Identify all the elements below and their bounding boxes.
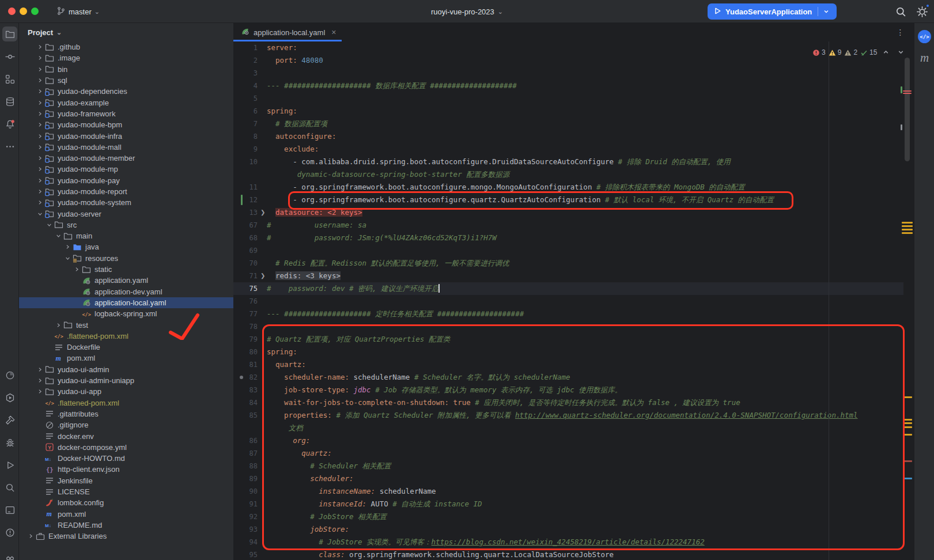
tool-notifications-icon[interactable]: [2, 116, 17, 131]
project-panel-header[interactable]: Project⌄: [19, 23, 233, 41]
code-line-85[interactable]: 85 properties: # 添加 Quartz Scheduler 附加属…: [233, 409, 903, 422]
tool-structure-icon[interactable]: [2, 71, 17, 86]
tree-item-jenkinsfile[interactable]: Jenkinsfile: [19, 475, 233, 486]
tree-item-yudao-module-report[interactable]: yudao-module-report: [19, 186, 233, 197]
code-line-81[interactable]: 81 quartz:: [233, 358, 903, 371]
tool-terminal-icon[interactable]: [2, 502, 17, 517]
tree-item-application-yaml[interactable]: application.yaml: [19, 275, 233, 286]
search-everywhere-icon[interactable]: [894, 5, 907, 18]
code-line-78[interactable]: 78: [233, 320, 903, 333]
window-minimize-button[interactable]: [20, 7, 27, 15]
tree-item-application-dev-yaml[interactable]: application-dev.yaml: [19, 286, 233, 297]
tree-item--gitattributes[interactable]: .gitattributes: [19, 408, 233, 419]
tree-item-yudao-ui-admin[interactable]: yudao-ui-admin: [19, 364, 233, 375]
chevron-right-icon[interactable]: [35, 98, 44, 107]
tool-build-icon[interactable]: [2, 413, 17, 427]
run-configuration-button[interactable]: YudaoServerApplication: [708, 3, 837, 20]
window-close-button[interactable]: [8, 7, 16, 15]
tree-item-http-client-env-json[interactable]: {}http-client.env.json: [19, 464, 233, 475]
tree-item-resources[interactable]: resources: [19, 253, 233, 264]
tree-item-license[interactable]: LICENSE: [19, 486, 233, 497]
chevron-right-icon[interactable]: [35, 198, 44, 207]
tree-item-bin[interactable]: bin: [19, 64, 233, 75]
tree-item-yudao-module-system[interactable]: yudao-module-system: [19, 197, 233, 208]
tree-item-test[interactable]: test: [19, 319, 233, 330]
tool-database-icon[interactable]: [2, 94, 17, 109]
code-line-6[interactable]: 6spring:: [233, 105, 903, 118]
tab-close-icon[interactable]: ×: [329, 28, 336, 37]
chevron-right-icon[interactable]: [35, 187, 44, 196]
chevron-right-icon[interactable]: [54, 320, 63, 330]
chevron-right-icon[interactable]: [35, 154, 44, 163]
tree-item-java[interactable]: java: [19, 241, 233, 252]
tree-item-docker-howto-md[interactable]: M↓Docker-HOWTO.md: [19, 453, 233, 464]
tree-item-yudao-ui-admin-uniapp[interactable]: yudao-ui-admin-uniapp: [19, 375, 233, 386]
chevron-right-icon[interactable]: [35, 76, 44, 85]
prev-problem-chevron[interactable]: [880, 48, 892, 57]
chevron-right-icon[interactable]: [35, 120, 44, 130]
code-line-87[interactable]: 87 quartz:: [233, 447, 903, 460]
tree-item-readme-md[interactable]: M↓README.md: [19, 520, 233, 531]
code-line-92[interactable]: 92 # JobStore 相关配置: [233, 510, 903, 523]
chevron-right-icon[interactable]: [63, 243, 72, 252]
code-line-3[interactable]: 3: [233, 67, 903, 80]
chevron-right-icon[interactable]: [35, 376, 44, 385]
code-line-4[interactable]: 4--- #################### 数据库相关配置 ######…: [233, 80, 903, 92]
code-line-94[interactable]: 94 # JobStore 实现类。可见博客：https://blog.csdn…: [233, 536, 903, 548]
tree-item-yudao-example[interactable]: yudao-example: [19, 97, 233, 108]
code-line-88[interactable]: 88 # Scheduler 相关配置: [233, 460, 903, 472]
tree-item-yudao-module-bpm[interactable]: yudao-module-bpm: [19, 119, 233, 130]
chevron-right-icon[interactable]: [35, 165, 44, 174]
inspections-widget[interactable]: 3 9 2 15: [812, 47, 907, 58]
tab-application-local-yaml[interactable]: application-local.yaml ×: [233, 23, 342, 41]
tool-problems-icon[interactable]: [2, 525, 17, 540]
chevron-right-icon[interactable]: [35, 65, 44, 74]
code-line-8[interactable]: 8 autoconfigure:: [233, 130, 903, 143]
fold-marker-icon[interactable]: ❯: [260, 206, 265, 219]
code-line-83[interactable]: 83 job-store-type: jdbc # Job 存储器类型。默认为 …: [233, 384, 903, 396]
tree-item--gitignore[interactable]: .gitignore: [19, 419, 233, 430]
tree-item-static[interactable]: static: [19, 264, 233, 275]
tool-more-icon[interactable]: [2, 139, 17, 154]
code-line-1[interactable]: 1server:: [233, 41, 903, 54]
chevron-right-icon[interactable]: [35, 131, 44, 141]
tree-item--flattened-pom-xml[interactable]: </>.flattened-pom.xml: [19, 398, 233, 408]
tool-users-icon[interactable]: [2, 547, 17, 560]
code-line-75[interactable]: 75# password: dev # 密码, 建议生产环境开启: [233, 282, 903, 295]
code-line-76[interactable]: 76: [233, 295, 903, 308]
code-line-7[interactable]: 7 # 数据源配置项: [233, 118, 903, 130]
code-line-wrap[interactable]: dynamic-datasource-spring-boot-starter 配…: [233, 168, 903, 181]
code-line-86[interactable]: 86 org:: [233, 434, 903, 447]
git-branch-widget[interactable]: master ⌄: [53, 5, 103, 18]
code-line-95[interactable]: 95 class: org.springframework.scheduling…: [233, 548, 903, 560]
chevron-right-icon[interactable]: [35, 176, 44, 185]
code-line-5[interactable]: 5: [233, 92, 903, 105]
chevron-right-icon[interactable]: [35, 365, 44, 374]
code-line-93[interactable]: 93 jobStore:: [233, 523, 903, 536]
code-line-69[interactable]: 69: [233, 244, 903, 257]
tool-project-icon[interactable]: [2, 27, 17, 41]
tool-commit-icon[interactable]: [2, 49, 17, 64]
tree-item-yudao-module-member[interactable]: yudao-module-member: [19, 153, 233, 164]
tree-item-lombok-config[interactable]: lombok.config: [19, 497, 233, 508]
code-line-82[interactable]: 82 scheduler-name: schedulerName # Sched…: [233, 371, 903, 384]
tree-item-main[interactable]: main: [19, 230, 233, 241]
chevron-down-icon[interactable]: [54, 232, 63, 241]
tree-item-yudao-dependencies[interactable]: yudao-dependencies: [19, 86, 233, 97]
chevron-right-icon[interactable]: [35, 387, 44, 396]
tree-item-pom-xml[interactable]: mpom.xml: [19, 508, 233, 519]
tool-profiler-icon[interactable]: [2, 368, 17, 383]
chevron-right-icon[interactable]: [35, 142, 44, 152]
tree-item-src[interactable]: src: [19, 220, 233, 230]
code-line-77[interactable]: 77--- #################### 定时任务相关配置 ####…: [233, 308, 903, 320]
tree-item-dockerfile[interactable]: Dockerfile: [19, 342, 233, 353]
tree-item-yudao-server[interactable]: yudao-server: [19, 208, 233, 219]
code-line-79[interactable]: 79# Quartz 配置项, 对应 QuartzProperties 配置类: [233, 333, 903, 346]
code-line-68[interactable]: 68# password: JSm:g(*%lU4ZAkz06cd52KqT3)…: [233, 232, 903, 244]
chevron-right-icon[interactable]: [35, 109, 44, 118]
tree-item-yudao-framework[interactable]: yudao-framework: [19, 108, 233, 119]
code-line-91[interactable]: 91 instanceId: AUTO # 自动生成 instance ID: [233, 498, 903, 510]
tree-item-yudao-module-mp[interactable]: yudao-module-mp: [19, 164, 233, 175]
maven-tool-icon[interactable]: m: [914, 51, 934, 65]
tree-item-external-libraries[interactable]: External Libraries: [19, 531, 233, 542]
